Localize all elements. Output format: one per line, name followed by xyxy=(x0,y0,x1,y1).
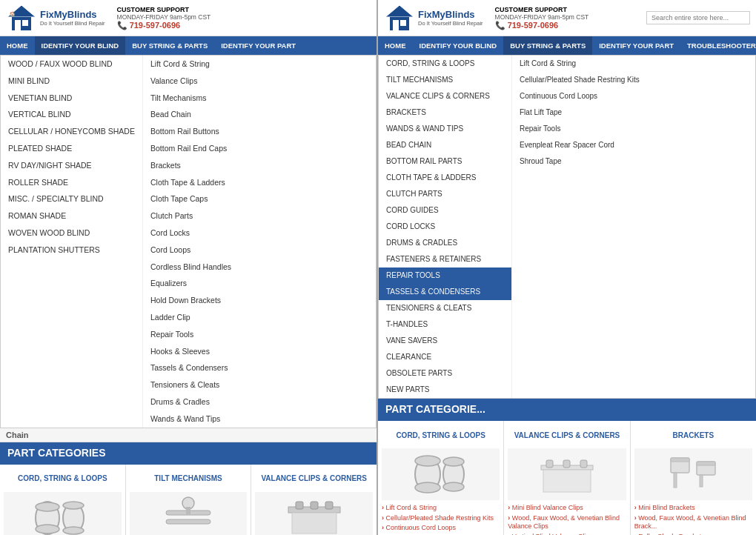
right-cat-valance: VALANCE CLIPS & CORNERS Mini Blind Valan… xyxy=(504,421,630,535)
menu-clutch[interactable]: Clutch Parts xyxy=(143,207,239,225)
menu-cord-loops[interactable]: Cord Loops xyxy=(143,242,239,259)
right-dropdown: CORD, STRING & LOOPS TILT MECHANISMS VAL… xyxy=(378,55,756,399)
right-cord-icon xyxy=(411,451,471,499)
menu-item-woven[interactable]: WOVEN WOOD BLIND xyxy=(1,225,142,242)
rdd2-continuous[interactable]: Continuous Cord Loops xyxy=(512,88,675,104)
menu-item-venetian-blind[interactable]: VENETIAN BLIND xyxy=(1,90,142,107)
right-part-cat-header: PART CATEGORIE... xyxy=(378,399,756,419)
menu-item-plantation[interactable]: PLANTATION SHUTTERS xyxy=(1,242,142,259)
right-nav-buy-string[interactable]: BUY STRING & PARTS xyxy=(503,36,592,55)
rdd2-lift-cord[interactable]: Lift Cord & String xyxy=(512,56,675,72)
nav-identify-part[interactable]: IDENTIFY YOUR PART xyxy=(214,36,302,55)
right-nav-home[interactable]: HOME xyxy=(378,36,413,55)
right-link-wood-brackets[interactable]: Wood, Faux Wood, & Venetian Blind Brack.… xyxy=(634,514,752,532)
menu-cord-locks[interactable]: Cord Locks xyxy=(143,225,239,242)
right-link-vertical-valance[interactable]: Vertical Blind Valance Clips xyxy=(508,532,626,535)
right-link-wood-valance[interactable]: Wood, Faux Wood, & Venetian Blind Valanc… xyxy=(508,514,626,532)
menu-item-wood-blind[interactable]: WOOD / FAUX WOOD BLIND xyxy=(1,56,142,73)
rdd-brackets[interactable]: BRACKETS xyxy=(379,104,511,121)
rdd-drums[interactable]: DRUMS & CRADLES xyxy=(379,235,511,251)
right-link-roller-brackets[interactable]: Roller Shade Bracket... xyxy=(634,532,752,535)
rdd-tilt-mech[interactable]: TILT MECHANISMS xyxy=(379,72,511,88)
nav-buy-string[interactable]: BUY STRING & PARTS xyxy=(125,36,214,55)
menu-cloth-tape[interactable]: Cloth Tape & Ladders xyxy=(143,174,239,191)
menu-cordless[interactable]: Cordless Blind Handles xyxy=(143,259,239,276)
rdd-repair-tools[interactable]: REPAIR TOOLS xyxy=(379,268,511,284)
rdd-valance-clips[interactable]: VALANCE CLIPS & CORNERS xyxy=(379,88,511,104)
rdd-bottom-rail[interactable]: BOTTOM RAIL PARTS xyxy=(379,153,511,170)
right-logo: FixMyBlinds Do It Yourself Blind Repair xyxy=(384,4,483,32)
menu-bottom-rail-btn[interactable]: Bottom Rail Buttons xyxy=(143,123,239,140)
menu-lift-cord[interactable]: Lift Cord & String xyxy=(143,56,239,73)
menu-bead-chain[interactable]: Bead Chain xyxy=(143,106,239,123)
right-nav-troubleshooter[interactable]: TROUBLESHOOTER xyxy=(680,36,756,55)
menu-valance-clips[interactable]: Valance Clips xyxy=(143,73,239,90)
right-link-continuous[interactable]: Continuous Cord Loops xyxy=(382,523,500,534)
menu-item-roman[interactable]: ROMAN SHADE xyxy=(1,207,142,225)
svg-rect-22 xyxy=(393,20,399,30)
cat-valance: VALANCE CLIPS & CORNERS Mini Blind Valar… xyxy=(251,465,377,535)
menu-tassels[interactable]: Tassels & Condensers xyxy=(143,359,239,376)
rdd-tensioners[interactable]: TENSIONERS & CLEATS xyxy=(379,300,511,316)
right-link-mini-brackets[interactable]: Mini Blind Brackets xyxy=(634,503,752,514)
menu-item-rv[interactable]: RV DAY/NIGHT SHADE xyxy=(1,157,142,174)
right-cat-valance-title: VALANCE CLIPS & CORNERS xyxy=(508,425,626,445)
rdd-fasteners[interactable]: FASTENERS & RETAINERS xyxy=(379,251,511,268)
rdd-cord-locks[interactable]: CORD LOCKS xyxy=(379,219,511,235)
rdd2-flat-lift[interactable]: Flat Lift Tape xyxy=(512,104,675,121)
cat-tilt-title: TILT MECHANISMS xyxy=(130,468,248,489)
right-valance-icon xyxy=(537,451,597,499)
svg-point-28 xyxy=(443,457,464,466)
menu-ladder-clip[interactable]: Ladder Clip xyxy=(143,309,239,326)
menu-bottom-rail-end[interactable]: Bottom Rail End Caps xyxy=(143,140,239,157)
right-cat-cord: CORD, STRING & LOOPS Lift Cord & String … xyxy=(378,421,504,535)
rdd-tassels[interactable]: TASSELS & CONDENSERS xyxy=(379,284,511,300)
right-categories-grid: CORD, STRING & LOOPS Lift Cord & String … xyxy=(378,419,756,535)
menu-wands[interactable]: Wands & Wand Tips xyxy=(143,411,239,428)
menu-repair-tools[interactable]: Repair Tools xyxy=(143,326,239,343)
rdd2-cellular[interactable]: Cellular/Pleated Shade Restring Kits xyxy=(512,72,675,88)
menu-drums[interactable]: Drums & Cradles xyxy=(143,393,239,411)
menu-hold-down[interactable]: Hold Down Brackets xyxy=(143,292,239,309)
right-cat-brackets-links: Mini Blind Brackets Wood, Faux Wood, & V… xyxy=(634,503,752,535)
right-search[interactable] xyxy=(646,11,750,24)
right-nav-identify-part[interactable]: IDENTIFY YOUR PART xyxy=(592,36,680,55)
right-nav-identify-blind[interactable]: IDENTIFY YOUR BLIND xyxy=(413,36,504,55)
svg-rect-36 xyxy=(671,458,689,462)
nav-home[interactable]: HOME xyxy=(0,36,35,55)
rdd-bead-chain[interactable]: BEAD CHAIN xyxy=(379,137,511,153)
svg-marker-20 xyxy=(385,5,414,17)
rdd-cord-string-loops[interactable]: CORD, STRING & LOOPS xyxy=(379,56,511,72)
rdd-wands[interactable]: WANDS & WAND TIPS xyxy=(379,121,511,137)
right-link-cellular[interactable]: Cellular/Pleated Shade Restring Kits xyxy=(382,514,500,524)
logo-icon: 🏠 xyxy=(6,4,37,32)
right-link-mini-valance[interactable]: Mini Blind Valance Clips xyxy=(508,503,626,514)
rdd-clearance[interactable]: CLEARANCE xyxy=(379,349,511,365)
rdd-vane-savers[interactable]: VANE SAVERS xyxy=(379,333,511,349)
search-input[interactable] xyxy=(646,11,750,24)
rdd2-evenpleat[interactable]: Evenpleat Rear Spacer Cord xyxy=(512,137,675,153)
menu-item-mini-blind[interactable]: MINI BLIND xyxy=(1,73,142,90)
rdd-clutch[interactable]: CLUTCH PARTS xyxy=(379,186,511,202)
menu-tensioners[interactable]: Tensioners & Cleats xyxy=(143,376,239,393)
buy-string-col1: CORD, STRING & LOOPS TILT MECHANISMS VAL… xyxy=(379,56,512,398)
menu-brackets[interactable]: Brackets xyxy=(143,157,239,174)
menu-item-misc[interactable]: MISC. / SPECIALTY BLIND xyxy=(1,190,142,207)
rdd2-shroud[interactable]: Shroud Tape xyxy=(512,153,675,170)
rdd2-repair-tools[interactable]: Repair Tools xyxy=(512,121,675,137)
rdd-cloth-tape[interactable]: CLOTH TAPE & LADDERS xyxy=(379,170,511,186)
menu-item-pleated[interactable]: PLEATED SHADE xyxy=(1,140,142,157)
menu-equalizers[interactable]: Equalizers xyxy=(143,275,239,292)
rdd-t-handles[interactable]: T-HANDLES xyxy=(379,316,511,333)
menu-item-roller[interactable]: ROLLER SHADE xyxy=(1,174,142,191)
menu-item-cellular[interactable]: CELLULAR / HONEYCOMB SHADE xyxy=(1,123,142,140)
rdd-obsolete[interactable]: OBSOLETE PARTS xyxy=(379,365,511,382)
rdd-cord-guides[interactable]: CORD GUIDES xyxy=(379,202,511,219)
rdd-new-parts[interactable]: NEW PARTS xyxy=(379,382,511,398)
nav-identify-blind[interactable]: IDENTIFY YOUR BLIND xyxy=(35,36,126,55)
right-link-lift[interactable]: Lift Cord & String xyxy=(382,503,500,514)
menu-hooks[interactable]: Hooks & Sleeves xyxy=(143,343,239,360)
menu-cloth-tape-caps[interactable]: Cloth Tape Caps xyxy=(143,190,239,207)
menu-tilt-mech[interactable]: Tilt Mechanisms xyxy=(143,90,239,107)
menu-item-vertical-blind[interactable]: VERTICAL BLIND xyxy=(1,106,142,123)
